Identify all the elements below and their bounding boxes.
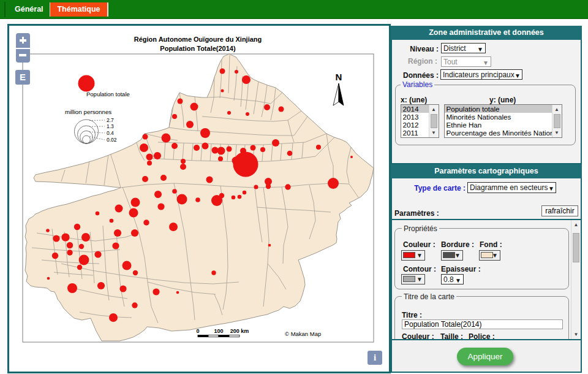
svg-text:2.7: 2.7 bbox=[107, 117, 114, 123]
svg-text:N: N bbox=[336, 72, 342, 82]
svg-text:Population totale: Population totale bbox=[86, 91, 130, 97]
svg-text:100: 100 bbox=[214, 328, 223, 334]
svg-text:0: 0 bbox=[196, 328, 199, 334]
svg-text:0.02: 0.02 bbox=[107, 137, 117, 143]
svg-text:200 km: 200 km bbox=[230, 328, 249, 334]
svg-text:Population Totale(2014): Population Totale(2014) bbox=[160, 45, 236, 52]
svg-text:1.3: 1.3 bbox=[107, 123, 114, 129]
svg-text:million personnes: million personnes bbox=[65, 109, 111, 115]
svg-text:© Makan Map: © Makan Map bbox=[285, 330, 321, 337]
svg-text:0.4: 0.4 bbox=[107, 130, 114, 136]
svg-text:Région Autonome Ouïgoure du Xi: Région Autonome Ouïgoure du Xinjiang bbox=[134, 36, 262, 43]
